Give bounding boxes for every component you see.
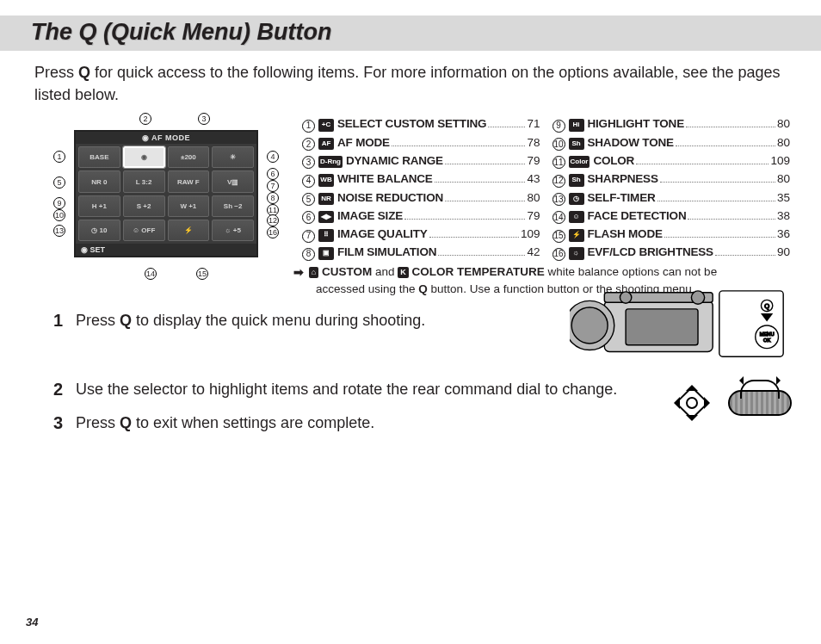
note-arrow-icon: ➡ — [293, 264, 306, 282]
index-label: FACE DETECTION — [588, 207, 687, 225]
steps-list: 1Press Q to display the quick menu durin… — [31, 310, 790, 434]
index-row: 11ColorCOLOR109 — [552, 152, 791, 170]
index-row: 7⠿IMAGE QUALITY109 — [302, 225, 540, 243]
q-glyph: Q — [78, 64, 90, 81]
index-col-left: 1+CSELECT CUSTOM SETTING712AFAF MODE783D… — [302, 115, 540, 262]
leader-dots — [715, 255, 775, 256]
q-glyph: Q — [120, 414, 132, 431]
leader-dots — [636, 164, 769, 164]
set-icon: ◉ — [81, 245, 90, 254]
index-label: COLOR — [593, 152, 634, 170]
index-label: IMAGE SIZE — [337, 207, 403, 225]
custom-icon: ⌂ — [309, 267, 318, 279]
lcd-cell: S +2 — [123, 195, 165, 217]
index-number: 5 — [302, 193, 315, 206]
lcd-cell: V▥ — [212, 170, 254, 192]
intro-paragraph: Press Q for quick access to the followin… — [34, 61, 787, 106]
q-button-label: Q — [764, 302, 769, 310]
step-number: 3 — [53, 414, 69, 431]
index-number: 15 — [552, 230, 565, 243]
index-icon: ☺ — [569, 211, 584, 224]
kelvin-icon: K — [398, 267, 409, 279]
lcd-cell: ☼ +5 — [212, 220, 254, 241]
index-label: NOISE REDUCTION — [337, 189, 443, 207]
index-number: 7 — [302, 230, 315, 243]
index-label: SELF-TIMER — [588, 189, 656, 207]
callout-number: 7 — [267, 180, 279, 192]
step-number: 2 — [53, 381, 69, 398]
lcd-header-text: AF MODE — [151, 133, 190, 142]
note-line2a: accessed using the — [316, 282, 418, 295]
note-and: and — [372, 265, 398, 278]
callout-number: 9 — [53, 197, 65, 209]
lcd-cell: BASE — [78, 146, 120, 168]
index-icon: ☼ — [569, 247, 584, 260]
callout-number: 1 — [53, 151, 65, 163]
leader-dots — [445, 164, 526, 164]
index-page: 80 — [777, 133, 790, 152]
index-icon: +C — [318, 119, 334, 132]
diagram-and-index: ◉ AF MODE BASE◉±200☀NR 0L 3:2RAW FV▥H +1… — [31, 113, 790, 298]
step-number: 1 — [53, 312, 69, 329]
index-number: 10 — [552, 138, 565, 151]
index-label: SHADOW TONE — [588, 133, 674, 152]
index-number: 14 — [552, 211, 565, 224]
index-page: 79 — [527, 152, 540, 170]
lcd-grid: BASE◉±200☀NR 0L 3:2RAW FV▥H +1S +2W +1Sh… — [76, 144, 256, 244]
note-custom-label: CUSTOM — [318, 265, 372, 278]
callout-number: 10 — [53, 209, 65, 221]
index-block: 1+CSELECT CUSTOM SETTING712AFAF MODE783D… — [293, 113, 790, 298]
index-page: 80 — [527, 189, 540, 207]
callout-number: 15 — [196, 268, 208, 280]
leader-dots — [660, 182, 775, 183]
leader-dots — [657, 201, 775, 201]
index-label: WHITE BALANCE — [337, 170, 433, 188]
callout-number: 12 — [267, 214, 279, 226]
title-bar: The Q (Quick Menu) Button — [0, 15, 821, 51]
index-number: 4 — [302, 175, 315, 188]
leader-dots — [392, 146, 526, 146]
index-label: SHARPNESS — [588, 170, 658, 188]
index-page: 109 — [521, 225, 540, 243]
leader-dots — [438, 255, 525, 256]
index-number: 6 — [302, 211, 315, 224]
index-row: 15⚡FLASH MODE36 — [552, 225, 791, 243]
index-label: IMAGE QUALITY — [337, 225, 428, 243]
intro-text: Press — [34, 64, 78, 81]
callout-number: 6 — [267, 168, 279, 180]
index-page: 79 — [527, 207, 540, 225]
lcd-header: ◉ AF MODE — [76, 132, 256, 144]
note-colortemp-label: COLOR TEMPERATURE — [409, 265, 545, 278]
index-col-right: 9HiHIGHLIGHT TONE8010ShSHADOW TONE8011Co… — [552, 115, 791, 262]
index-row: 5NRNOISE REDUCTION80 — [302, 189, 540, 207]
index-number: 3 — [302, 156, 315, 169]
index-page: 71 — [527, 115, 540, 133]
leader-dots — [664, 237, 775, 238]
lcd-cell: Sh −2 — [212, 195, 254, 217]
index-row: 3D-RngDYNAMIC RANGE79 — [302, 152, 540, 170]
step-text: Press Q to exit when settings are comple… — [76, 412, 790, 434]
lcd-diagram: ◉ AF MODE BASE◉±200☀NR 0L 3:2RAW FV▥H +1… — [40, 113, 293, 280]
leader-dots — [404, 219, 525, 220]
index-page: 90 — [777, 243, 790, 261]
index-page: 80 — [777, 170, 790, 188]
step: 3Press Q to exit when settings are compl… — [53, 412, 790, 434]
leader-dots — [445, 201, 525, 201]
note-tail: white balance options can not be — [545, 265, 717, 278]
index-number: 9 — [552, 120, 565, 133]
index-row: 2AFAF MODE78 — [302, 133, 540, 152]
leader-dots — [435, 182, 526, 183]
af-mode-icon: ◉ — [142, 133, 151, 142]
index-number: 13 — [552, 193, 565, 206]
page-title: The Q (Quick Menu) Button — [31, 19, 790, 46]
index-label: SELECT CUSTOM SETTING — [337, 115, 486, 133]
lcd-cell: ◉ — [123, 146, 165, 168]
lcd-cell: RAW F — [168, 170, 210, 192]
leader-dots — [688, 219, 775, 220]
index-page: 80 — [777, 115, 790, 133]
index-row: 1+CSELECT CUSTOM SETTING71 — [302, 115, 540, 133]
page-number: 34 — [26, 616, 38, 629]
q-glyph: Q — [120, 312, 132, 329]
index-icon: AF — [318, 138, 334, 151]
index-number: 1 — [302, 120, 315, 133]
